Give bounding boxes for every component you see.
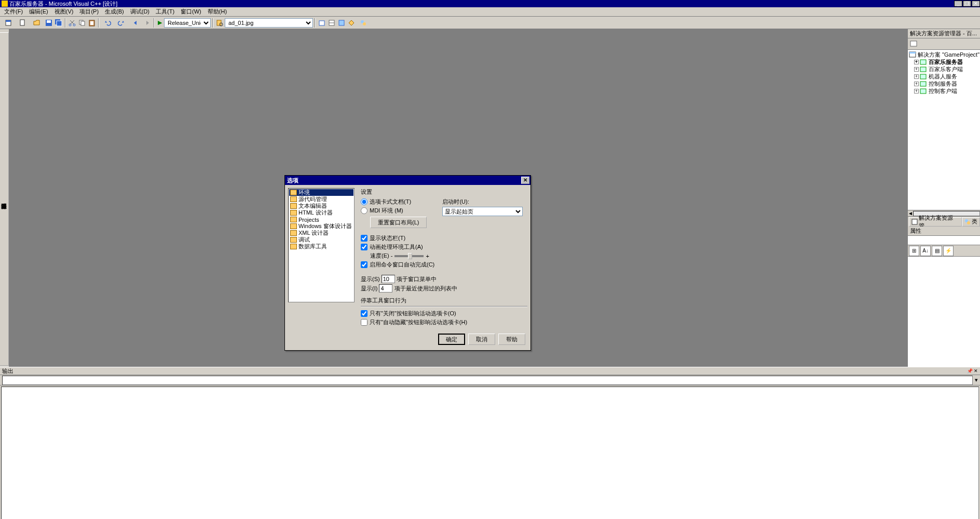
copy-button[interactable] [77,18,87,28]
tab-class-view[interactable]: 类 [962,217,980,227]
scroll-left-icon[interactable]: ◄ [908,210,913,216]
titlebar: 百家乐服务器 - Microsoft Visual C++ [设计] _ ❐ ✕ [0,0,980,7]
project-node[interactable]: +百家乐客户端 [914,65,979,73]
add-item-button[interactable] [16,18,30,28]
checkbox-close-active-tab[interactable] [361,310,367,317]
new-project-button[interactable] [2,18,16,28]
properties-object-combo[interactable] [908,236,980,245]
solution-explorer-tabs: 解决方案资源管... 类 [908,216,980,227]
save-button[interactable] [44,18,53,28]
output-panel: 输出 📌 ✕ ▾ [0,367,980,519]
menu-view[interactable]: 视图(V) [51,8,77,16]
tree-item-html-designer[interactable]: HTML 设计器 [289,209,353,216]
menu-file[interactable]: 文件(F) [1,8,26,16]
options-category-tree[interactable]: 环境 源代码管理 文本编辑器 HTML 设计器 Projects Windows… [288,188,355,302]
redo-button[interactable] [115,18,128,28]
help-button[interactable]: 帮助 [498,334,525,345]
expander-icon[interactable]: + [914,74,919,79]
solution-explorer-panel: 解决方案资源管理器 - 百... 解决方案 "GameProject" ( +百… [907,29,980,227]
reset-layout-button[interactable]: 重置窗口布局(L) [370,217,427,228]
solution-icon [909,51,916,58]
radio-tabbed-docs[interactable] [361,198,367,205]
solution-explorer-header[interactable]: 解决方案资源管理器 - 百... [908,29,980,38]
events-button[interactable]: ⚡ [943,246,954,256]
save-all-button[interactable] [54,18,63,28]
start-icon[interactable]: ▶ [158,19,162,26]
output-text-area[interactable] [1,387,979,519]
folder-icon [290,223,297,229]
menu-build[interactable]: 生成(B) [102,8,127,16]
menu-window[interactable]: 窗口(W) [178,8,205,16]
maximize-button[interactable]: ❐ [963,1,971,7]
ok-button[interactable]: 确定 [438,334,465,345]
docked-group-label: 停靠工具窗口行为 [361,297,406,303]
expander-icon[interactable]: + [914,67,919,72]
menu-edit[interactable]: 编辑(E) [26,8,51,16]
dialog-titlebar[interactable]: 选项 ✕ [285,176,530,185]
view-code-icon[interactable] [910,40,918,48]
expander-icon[interactable]: + [914,60,919,64]
app-icon [2,1,8,7]
tab-solution-explorer[interactable]: 解决方案资源管... [909,217,962,227]
toolbox-button[interactable] [347,18,356,28]
find-in-files-icon[interactable] [215,18,224,28]
properties-button[interactable] [327,18,336,28]
dropdown-icon[interactable]: ▾ [975,377,978,383]
menu-help[interactable]: 帮助(H) [205,8,230,16]
server-explorer-tab[interactable]: 服务器资源管理器 [0,32,9,366]
project-icon [920,81,927,87]
paste-button[interactable] [87,18,97,28]
expander-icon[interactable]: + [914,89,919,94]
dialog-close-button[interactable]: ✕ [521,177,529,184]
radio-mdi[interactable] [361,207,367,214]
checkbox-autocomplete[interactable] [361,261,367,268]
open-button[interactable] [30,18,44,28]
project-node[interactable]: +百家乐服务器 [914,58,979,65]
minimize-button[interactable]: _ [954,1,962,7]
speed-slider[interactable] [394,255,424,257]
project-node[interactable]: +控制服务器 [914,80,979,87]
project-node[interactable]: +机器人服务 [914,73,979,80]
checkbox-autohide-active-tab[interactable] [361,319,367,326]
close-icon[interactable]: ✕ [974,368,978,374]
find-combo[interactable]: ad_01.jpg [225,18,313,28]
close-button[interactable]: ✕ [972,1,980,7]
alphabetical-button[interactable]: A↓ [920,246,931,256]
pin-icon[interactable]: 📌 [967,368,973,374]
menu-project[interactable]: 项目(P) [76,8,102,16]
menu-tools[interactable]: 工具(T) [153,8,178,16]
config-combo[interactable]: Release_Unicode [164,18,211,28]
expander-icon[interactable]: + [914,82,919,86]
folder-icon [290,237,297,243]
solution-root-node[interactable]: 解决方案 "GameProject" ( [909,51,979,58]
properties-header[interactable]: 属性 [908,227,980,236]
class-view-button[interactable] [357,18,370,28]
mru-count-input[interactable] [379,284,392,292]
solution-tree[interactable]: 解决方案 "GameProject" ( +百家乐服务器 +百家乐客户端 +机器… [908,50,980,210]
svg-rect-18 [339,20,344,25]
output-header[interactable]: 输出 📌 ✕ [0,367,980,375]
svg-rect-10 [81,21,85,25]
svg-rect-29 [912,219,917,224]
categorized-button[interactable]: ⊞ [909,246,919,256]
window-menu-count-input[interactable] [382,275,395,283]
undo-button[interactable] [101,18,114,28]
startup-select[interactable]: 显示起始页 [442,207,523,216]
svg-rect-12 [90,21,93,25]
output-source-combo[interactable] [2,376,973,385]
properties-grid[interactable] [908,257,980,367]
menu-debug[interactable]: 调试(D) [127,8,153,16]
properties-button[interactable]: ▤ [932,246,942,256]
cut-button[interactable] [67,18,77,28]
tree-item-database[interactable]: 数据库工具 [289,243,353,250]
project-node[interactable]: +控制客户端 [914,87,979,95]
solution-button[interactable] [317,18,326,28]
nav-back-button[interactable] [129,18,142,28]
cancel-button[interactable]: 取消 [468,334,495,345]
nav-forward-button[interactable] [143,18,152,28]
slider-thumb[interactable] [408,253,412,259]
project-icon [920,59,927,65]
checkbox-animate[interactable] [361,244,367,250]
checkbox-statusbar[interactable] [361,235,367,242]
object-browser-button[interactable] [337,18,346,28]
